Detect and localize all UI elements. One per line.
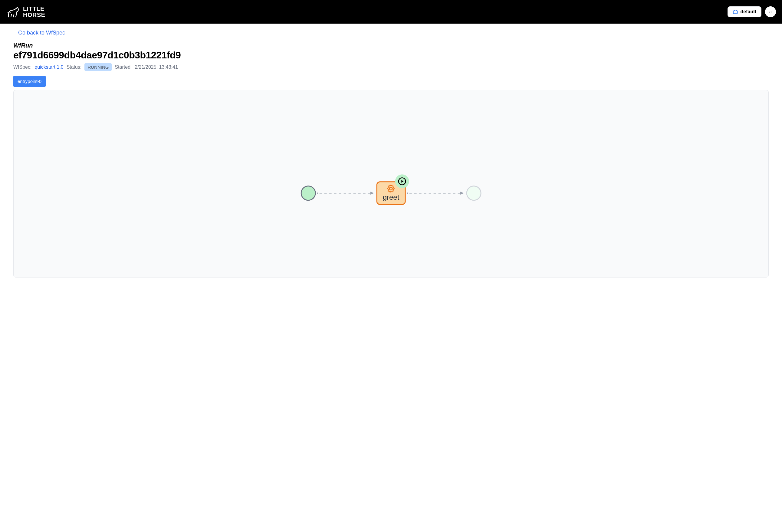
tenant-selector[interactable]: default — [727, 6, 761, 17]
edge-1 — [316, 193, 377, 193]
svg-point-2 — [317, 192, 318, 194]
svg-marker-1 — [370, 191, 374, 194]
started-value: 2/21/2025, 13:43:41 — [135, 65, 178, 70]
wfspec-link[interactable]: quickstart 1.0 — [35, 65, 63, 70]
svg-point-8 — [407, 192, 408, 194]
workflow-canvas[interactable]: greet — [13, 90, 769, 278]
svg-point-5 — [390, 187, 392, 190]
task-node-greet[interactable]: greet — [377, 181, 406, 205]
page-subtitle: WfRun — [13, 42, 769, 49]
wfspec-label: WfSpec: — [13, 65, 32, 70]
logo[interactable]: LITTLE HORSE — [6, 5, 45, 18]
logo-line2: HORSE — [23, 12, 45, 18]
horse-icon — [6, 5, 21, 18]
status-badge: RUNNING — [84, 63, 112, 71]
gear-icon — [387, 184, 395, 193]
diagram: greet — [301, 181, 482, 205]
package-icon — [733, 9, 738, 14]
svg-marker-4 — [401, 180, 403, 183]
page-content: Go back to WfSpec WfRun ef791d6699db4dae… — [0, 24, 782, 284]
svg-marker-7 — [460, 191, 464, 194]
task-name: greet — [383, 193, 399, 202]
exit-node[interactable] — [466, 185, 481, 201]
back-link[interactable]: Go back to WfSpec — [18, 30, 65, 36]
edge-2 — [405, 193, 466, 193]
thread-tab[interactable]: entrypoint-0 — [13, 76, 46, 87]
user-avatar[interactable]: a — [765, 6, 776, 17]
page-title: ef791d6699db4dae97d1c0b3b1221fd9 — [13, 49, 769, 61]
tenant-label: default — [741, 9, 756, 14]
header-right: default a — [727, 6, 776, 17]
started-label: Started: — [115, 65, 132, 70]
meta-row: WfSpec: quickstart 1.0 Status: RUNNING S… — [13, 63, 769, 71]
status-label: Status: — [67, 65, 82, 70]
avatar-char: a — [769, 9, 772, 14]
play-circle-icon — [398, 177, 406, 185]
entrypoint-node[interactable] — [301, 185, 316, 201]
task-status-running — [395, 174, 409, 188]
logo-line1: LITTLE — [23, 6, 45, 12]
top-header: LITTLE HORSE default a — [0, 0, 782, 24]
